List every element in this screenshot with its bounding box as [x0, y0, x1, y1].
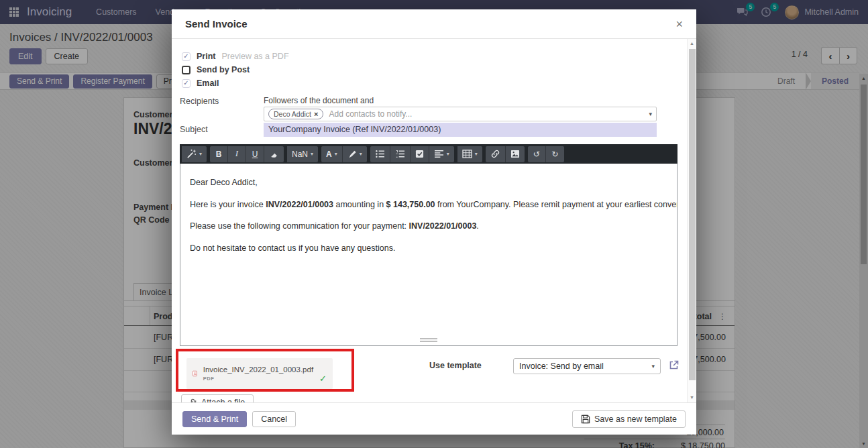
body-paragraph: Do not hesitate to contact us if you hav…	[190, 243, 667, 254]
save-as-new-template-button[interactable]: Save as new template	[572, 410, 686, 428]
save-template-label: Save as new template	[594, 414, 677, 424]
recipient-tag: Deco Addict ×	[268, 109, 323, 119]
checklist-button[interactable]	[411, 146, 429, 162]
send-by-post-checkbox[interactable]	[182, 66, 191, 74]
highlight-color-button[interactable]: ▾	[343, 146, 367, 162]
dialog-title: Send Invoice	[185, 18, 248, 30]
option-print[interactable]: ✓ Print Preview as a PDF	[182, 51, 289, 62]
redo-button[interactable]: ↻	[546, 146, 564, 162]
dialog-header: Send Invoice ×	[172, 9, 696, 39]
editor-toolbar: ▾ B I U NaN ▾	[180, 144, 677, 164]
insert-image-button[interactable]	[506, 146, 525, 162]
followers-note: Followers of the document and	[264, 96, 374, 105]
align-left-icon	[434, 150, 444, 158]
caret-down-icon: ▾	[360, 151, 362, 157]
body-paragraph: Dear Deco Addict,	[190, 178, 667, 188]
body-paragraph: Here is your invoice INV/2022/01/0003 am…	[190, 200, 667, 211]
body-paragraph: Please use the following communication f…	[190, 221, 667, 232]
editor-resize-handle[interactable]	[420, 337, 437, 343]
font-size-button[interactable]: NaN ▾	[287, 146, 318, 162]
attachment-card[interactable]: Invoice_INV_2022_01_0003.pdf PDF ✓	[186, 358, 333, 389]
insert-link-button[interactable]	[486, 146, 506, 162]
recipient-tag-label: Deco Addict	[274, 109, 311, 119]
italic-button[interactable]: I	[228, 146, 246, 162]
option-email[interactable]: ✓ Email	[182, 78, 289, 89]
style-magic-button[interactable]: ▾	[182, 146, 207, 162]
select-caret-icon: ▾	[651, 363, 655, 370]
email-body-content[interactable]: Dear Deco Addict, Here is your invoice I…	[180, 164, 677, 346]
numbered-list-button[interactable]	[390, 146, 411, 162]
dialog-footer: Send & Print Cancel Save as new template	[172, 402, 696, 435]
print-hint: Preview as a PDF	[221, 52, 288, 61]
close-icon[interactable]: ×	[675, 18, 683, 30]
template-selected-value: Invoice: Send by email	[519, 361, 604, 371]
ordered-list-icon	[395, 150, 405, 158]
caret-down-icon: ▾	[199, 151, 202, 157]
redo-icon: ↻	[551, 150, 558, 159]
checklist-icon	[415, 150, 424, 158]
scroll-up-icon[interactable]: ▲	[688, 41, 696, 46]
paintbrush-icon	[347, 150, 357, 159]
eraser-icon	[269, 150, 279, 159]
text-color-button[interactable]: A ▾	[321, 146, 343, 162]
attachment-check-icon: ✓	[319, 374, 327, 384]
save-floppy-icon	[581, 414, 590, 424]
attachment-type-badge: PDF	[203, 376, 313, 382]
email-label: Email	[197, 78, 219, 88]
caret-down-icon: ▾	[335, 151, 337, 157]
undo-icon: ↺	[533, 150, 540, 159]
table-icon	[462, 150, 472, 158]
text-color-letter: A	[326, 150, 332, 159]
open-template-external-icon[interactable]	[668, 359, 680, 373]
recipients-label: Recipients	[180, 97, 219, 106]
subject-input[interactable]: YourCompany Invoice (Ref INV/2022/01/000…	[264, 123, 657, 137]
caret-down-icon: ▾	[311, 151, 313, 157]
option-send-by-post[interactable]: Send by Post	[182, 64, 289, 75]
dialog-scrollbar-thumb[interactable]	[689, 49, 696, 380]
caret-down-icon: ▾	[447, 151, 449, 157]
cancel-button[interactable]: Cancel	[252, 411, 296, 427]
email-checkbox[interactable]: ✓	[182, 79, 191, 88]
caret-down-icon: ▾	[475, 151, 478, 157]
bold-button[interactable]: B	[210, 146, 228, 162]
underline-button[interactable]: U	[246, 146, 264, 162]
send-print-button[interactable]: Send & Print	[182, 411, 247, 427]
scroll-down-icon[interactable]: ▼	[688, 395, 696, 400]
send-invoice-dialog: Send Invoice × ✓ Print Preview as a PDF …	[172, 9, 696, 435]
print-checkbox[interactable]: ✓	[182, 52, 191, 61]
add-contacts-input[interactable]	[327, 109, 645, 119]
dialog-scrollbar[interactable]: ▲ ▼	[687, 39, 696, 402]
use-template-label: Use template	[429, 361, 482, 370]
pdf-file-icon	[193, 362, 197, 385]
link-icon	[490, 149, 500, 159]
unordered-list-icon	[375, 150, 385, 158]
attach-file-label: Attach a file	[201, 398, 245, 402]
print-label: Print	[197, 52, 215, 61]
template-select[interactable]: Invoice: Send by email ▾	[513, 358, 661, 374]
attachment-filename: Invoice_INV_2022_01_0003.pdf	[203, 366, 313, 374]
recipients-field[interactable]: Deco Addict × ▾	[264, 107, 657, 121]
undo-button[interactable]: ↺	[528, 146, 546, 162]
email-body-editor: ▾ B I U NaN ▾	[180, 144, 677, 346]
dialog-body: ✓ Print Preview as a PDF Send by Post ✓ …	[172, 39, 696, 402]
subject-label: Subject	[180, 125, 208, 134]
send-by-post-label: Send by Post	[197, 65, 250, 74]
align-button[interactable]: ▾	[429, 146, 454, 162]
attach-file-button[interactable]: Attach a file	[181, 394, 254, 402]
remove-format-button[interactable]	[264, 146, 284, 162]
magic-wand-icon	[186, 149, 197, 159]
recipients-dropdown-caret-icon[interactable]: ▾	[649, 111, 652, 117]
bullet-list-button[interactable]	[370, 146, 390, 162]
font-size-value: NaN	[292, 150, 308, 159]
remove-tag-icon[interactable]: ×	[314, 109, 318, 119]
table-button[interactable]: ▾	[457, 146, 482, 162]
image-icon	[510, 150, 520, 158]
